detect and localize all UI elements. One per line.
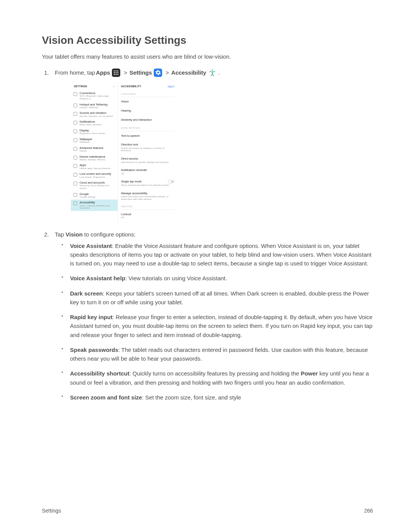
step-1: From home, tap Apps > Settings > Accessi… <box>55 68 373 223</box>
settings-row-subtitle: Lock screen, Fingerprints <box>80 176 111 179</box>
settings-row-icon <box>73 121 77 125</box>
settings-row-title: Sounds and vibration <box>80 112 113 115</box>
settings-row-subtitle: Wi-Fi, Bluetooth, Data usage, Airplane m… <box>80 95 115 100</box>
step2-pre: Tap <box>55 231 65 238</box>
step2-post: to configure options: <box>83 231 135 238</box>
breadcrumb-separator: > <box>122 68 129 77</box>
settings-row-title: Advanced features <box>80 147 104 150</box>
accessibility-person-icon <box>208 69 217 77</box>
page-heading: Vision Accessibility Settings <box>42 34 373 46</box>
settings-row-icon <box>73 138 77 142</box>
settings-row-subtitle: Samsung Cloud, Backup and restore <box>80 184 115 189</box>
svg-point-6 <box>114 74 115 75</box>
vision-option: Speak passwords: The tablet reads out ch… <box>70 345 373 363</box>
settings-row-subtitle: Google settings <box>80 196 96 198</box>
settings-row: Sounds and vibrationSounds, Vibration, D… <box>71 110 118 119</box>
settings-row-icon <box>73 129 77 133</box>
settings-row-title: Notifications <box>80 120 101 123</box>
toggle-switch <box>168 180 174 183</box>
svg-point-9 <box>212 69 213 70</box>
vision-option: Accessibility shortcut: Quickly turns on… <box>70 369 373 387</box>
apps-icon <box>112 69 120 77</box>
settings-row-icon <box>73 92 77 96</box>
settings-row-title: Hotspot and Tethering <box>80 103 107 106</box>
svg-point-3 <box>114 72 115 73</box>
settings-row: DisplayBrightness, Home screen <box>71 128 118 136</box>
settings-row: Cloud and accountsSamsung Cloud, Backup … <box>71 180 118 191</box>
svg-point-0 <box>114 70 115 72</box>
settings-row-icon <box>73 104 77 107</box>
intro-text: Your tablet offers many features to assi… <box>42 53 373 60</box>
settings-row-subtitle: Default apps, App permissions <box>80 167 110 170</box>
settings-row-title: Connections <box>80 92 115 95</box>
vision-option: Dark screen: Keeps your tablet's screen … <box>70 289 373 307</box>
step1-period: . <box>218 68 220 77</box>
settings-row-subtitle: Sounds, Vibration, Do not disturb <box>80 115 113 118</box>
settings-row-subtitle: Games <box>80 150 104 152</box>
settings-row-title: Device maintenance <box>80 155 105 158</box>
categories-header: CATEGORIES <box>121 90 174 97</box>
settings-row-subtitle: Block, allow, prioritize <box>80 123 101 126</box>
settings-row-icon <box>73 164 77 168</box>
settings-row-icon <box>73 112 77 116</box>
accessibility-setting: Direction lockUnlock the screen by swipi… <box>121 140 174 154</box>
footer-section: Settings <box>42 508 61 514</box>
accessibility-service: LookoutOff <box>121 210 174 221</box>
settings-row-icon <box>73 147 77 151</box>
settings-row-icon <box>73 156 77 160</box>
vision-option: Screen zoom and font size: Set the zoom … <box>70 393 373 402</box>
settings-row-icon <box>73 201 77 205</box>
help-link: HELP <box>168 85 174 89</box>
svg-point-7 <box>116 74 117 75</box>
svg-point-4 <box>116 72 117 73</box>
settings-row: AccessibilityVision, Hearing, Dexterity … <box>71 200 118 211</box>
svg-point-8 <box>118 74 119 75</box>
screenshot-settings-title: SETTINGS <box>74 85 87 89</box>
settings-row-title: Lock screen and security <box>80 173 111 176</box>
settings-row-subtitle: Vision, Hearing, Dexterity and interacti… <box>80 204 115 209</box>
settings-row: Device maintenanceBattery, Storage, Memo… <box>71 154 118 163</box>
settings-row-title: Accessibility <box>80 201 115 204</box>
screenshot-accessibility-title: ACCESSIBILITY <box>121 85 141 89</box>
settings-row: Advanced featuresGames <box>71 145 118 154</box>
accessibility-setting: Direct accessAdd shortcuts to specific s… <box>121 154 174 166</box>
footer-page-number: 266 <box>364 508 373 514</box>
svg-point-2 <box>118 70 119 72</box>
step1-pre: From home, tap <box>55 68 95 77</box>
accessibility-setting: Manage accessibilityImport and export yo… <box>121 189 174 203</box>
accessibility-category: Hearing <box>121 106 174 115</box>
settings-row: AppsDefault apps, App permissions <box>71 162 118 171</box>
apps-label: Apps <box>96 68 110 77</box>
settings-row-subtitle: Battery, Storage, Memory <box>80 158 105 161</box>
settings-label: Settings <box>129 68 152 77</box>
settings-row-subtitle: Wallpaper <box>80 141 92 144</box>
svg-point-1 <box>116 70 117 72</box>
settings-row: WallpaperWallpaper <box>71 136 118 145</box>
settings-row-title: Apps <box>80 164 110 167</box>
accessibility-category: Dexterity and interaction <box>121 115 174 125</box>
settings-gear-icon <box>154 69 162 77</box>
more-settings-header: MORE SETTINGS <box>121 124 174 131</box>
vision-option: Rapid key input: Release your finger to … <box>70 313 373 339</box>
settings-row: GoogleGoogle settings <box>71 191 118 200</box>
settings-row-icon <box>73 173 77 177</box>
settings-row-title: Google <box>80 193 96 196</box>
settings-row-subtitle: Brightness, Home screen <box>80 132 105 135</box>
services-header: SERVICES <box>121 203 174 209</box>
vision-option: Voice Assistant help: View tutorials on … <box>70 274 373 283</box>
settings-row: NotificationsBlock, allow, prioritize <box>71 119 118 128</box>
accessibility-setting: Single tap modeTap to stop/snooze alarms… <box>121 177 174 189</box>
settings-row-icon <box>73 193 77 197</box>
settings-row: ConnectionsWi-Fi, Bluetooth, Data usage,… <box>71 90 118 101</box>
accessibility-setting: Text-to-speech <box>121 131 174 141</box>
settings-row-title: Cloud and accounts <box>80 181 115 184</box>
search-icon: ⌕ <box>113 85 115 89</box>
screenshot-settings-pane: SETTINGS ⌕ ConnectionsWi-Fi, Bluetooth, … <box>71 82 118 223</box>
vision-option: Voice Assistant: Enable the Voice Assist… <box>70 241 373 268</box>
breadcrumb-separator: > <box>164 68 170 77</box>
screenshot-accessibility-pane: ACCESSIBILITY HELP CATEGORIES VisionHear… <box>118 82 177 223</box>
svg-point-5 <box>118 72 119 73</box>
settings-row-title: Display <box>80 129 105 132</box>
settings-row-icon <box>73 182 77 185</box>
accessibility-setting: Notification reminderOff <box>121 166 174 177</box>
